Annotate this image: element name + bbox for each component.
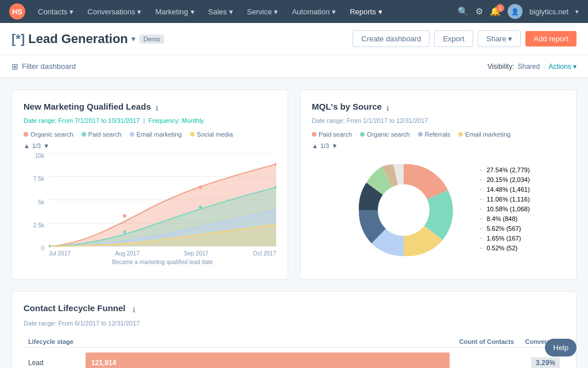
settings-icon[interactable]: ⚙ (475, 6, 483, 17)
avatar[interactable]: 👤 (508, 4, 523, 19)
nav-marketing[interactable]: Marketing ▾ (149, 0, 200, 23)
pie-labels: ← 27.54% (2,779) ← 20.15% (2,034) ← 14.4… (478, 166, 529, 254)
nav-conversations[interactable]: Conversations ▾ (82, 0, 147, 23)
source-legend-organic: Organic search (360, 131, 410, 138)
header-actions: Create dashboard Export Share ▾ Add repo… (353, 30, 577, 47)
legend-item-email: Email marketing (130, 131, 182, 138)
source-legend-referrals: Referrals (418, 131, 451, 138)
funnel-card: Contact Lifecycle Funnel ℹ Date range: F… (11, 291, 577, 368)
mql-source-info-icon[interactable]: ℹ (386, 104, 389, 113)
actions-button[interactable]: Actions ▾ (548, 63, 577, 71)
filter-bar: ⊞ Filter dashboard Visibility: Shared | … (0, 55, 588, 78)
mql-chart-subtitle: Date range: From 7/1/2017 to 10/31/2017 … (24, 117, 276, 124)
visibility-label: Visibility: (488, 63, 514, 71)
export-button[interactable]: Export (434, 30, 473, 47)
title-dropdown-icon[interactable]: ▾ (131, 35, 135, 43)
funnel-subtitle: Date range: From 6/1/2017 to 12/31/2017 (24, 320, 564, 327)
mql-line-chart (49, 153, 276, 247)
help-button[interactable]: Help (545, 339, 577, 357)
filter-right: Visibility: Shared | Actions ▾ (488, 63, 577, 71)
svg-point-9 (199, 185, 202, 189)
mql-source-card: MQL's by Source ℹ Date range: From 1/1/2… (300, 90, 577, 280)
demo-badge: Demo (140, 34, 164, 44)
table-row: Lead 121,914 3.29% (24, 348, 564, 369)
funnel-bar-lead: 121,914 (81, 348, 519, 369)
mql-info-icon[interactable]: ℹ (156, 104, 158, 113)
notifications-badge: 1 (496, 4, 504, 12)
search-icon[interactable]: 🔍 (458, 6, 469, 17)
navbar: HS Contacts ▾ Conversations ▾ Marketing … (0, 0, 588, 23)
legend-item-social: Social media (190, 131, 233, 138)
source-legend-paid: Paid search (312, 131, 352, 138)
funnel-header: Contact Lifecycle Funnel ℹ (24, 303, 564, 316)
nav-automation[interactable]: Automation ▾ (286, 0, 342, 23)
pie-label-2: ← 14.48% (1,461) (478, 186, 529, 193)
nav-contacts[interactable]: Contacts ▾ (32, 0, 79, 23)
funnel-title: Contact Lifecycle Funnel (24, 303, 126, 313)
username[interactable]: biglytics.net (529, 7, 568, 16)
legend-item-paid: Paid search (82, 131, 122, 138)
svg-point-12 (123, 230, 126, 234)
pie-chart (346, 153, 461, 268)
nav-icons: 🔍 ⚙ 🔔 1 👤 biglytics.net ▾ (458, 4, 579, 19)
funnel-col-lifecycle: Lifecycle stage (24, 336, 81, 348)
svg-point-13 (199, 206, 202, 209)
filter-icon: ⊞ (11, 62, 18, 71)
mql-source-title: MQL's by Source (312, 102, 382, 111)
share-button[interactable]: Share ▾ (478, 30, 521, 47)
pie-label-8: ← 0.52% (52) (478, 245, 529, 251)
filter-label: Filter dashboard (22, 62, 76, 71)
pie-label-3: ← 11.06% (1,116) (478, 196, 529, 203)
create-dashboard-button[interactable]: Create dashboard (353, 30, 430, 47)
pie-label-7: ← 1.65% (167) (478, 235, 529, 242)
page-header: [*] Lead Generation ▾ Demo Create dashbo… (0, 23, 588, 55)
notifications-icon[interactable]: 🔔 1 (490, 6, 501, 17)
pie-label-5: ← 8.4% (848) (478, 215, 529, 222)
charts-row: New Marketing Qualified Leads ℹ Date ran… (11, 90, 577, 280)
visibility-value: Shared (517, 63, 540, 71)
nav-sales[interactable]: Sales ▾ (203, 0, 239, 23)
mql-chart-card: New Marketing Qualified Leads ℹ Date ran… (11, 90, 288, 280)
mql-chart-title: New Marketing Qualified Leads (24, 102, 151, 111)
main-content: New Marketing Qualified Leads ℹ Date ran… (0, 78, 588, 368)
svg-point-8 (123, 214, 126, 218)
filter-dashboard[interactable]: ⊞ Filter dashboard (11, 62, 76, 71)
x-axis-label: Became a marketing qualified lead date (49, 259, 276, 265)
mql-source-subtitle: Date range: From 1/1/2017 to 12/31/2017 (312, 117, 564, 124)
source-legend-email: Email marketing (458, 131, 510, 138)
hubspot-logo: HS (9, 3, 25, 20)
pie-label-0: ← 27.54% (2,779) (478, 166, 529, 173)
funnel-col-count: Count of Contacts (81, 336, 519, 348)
mql-legend: Organic search Paid search Email marketi… (24, 131, 276, 138)
svg-point-11 (49, 245, 51, 247)
funnel-table: Lifecycle stage Count of Contacts Conver… (24, 336, 564, 368)
pie-label-1: ← 20.15% (2,034) (478, 176, 529, 183)
funnel-info-icon[interactable]: ℹ (133, 306, 136, 314)
pie-label-6: ← 5.62% (567) (478, 225, 529, 232)
nav-reports[interactable]: Reports ▾ (344, 0, 388, 23)
page-title: [*] Lead Generation ▾ (11, 32, 135, 47)
funnel-row-label-lead: Lead (24, 348, 81, 369)
nav-service[interactable]: Service ▾ (241, 0, 284, 23)
mql-source-legend: Paid search Organic search Referrals Ema… (312, 131, 564, 138)
page-title-area: [*] Lead Generation ▾ Demo (11, 32, 353, 47)
pie-label-4: ← 10.58% (1,068) (478, 206, 529, 212)
svg-text:HS: HS (12, 7, 22, 16)
svg-point-15 (378, 184, 430, 236)
add-report-button[interactable]: Add report (525, 31, 577, 47)
legend-item-organic: Organic search (24, 131, 74, 138)
